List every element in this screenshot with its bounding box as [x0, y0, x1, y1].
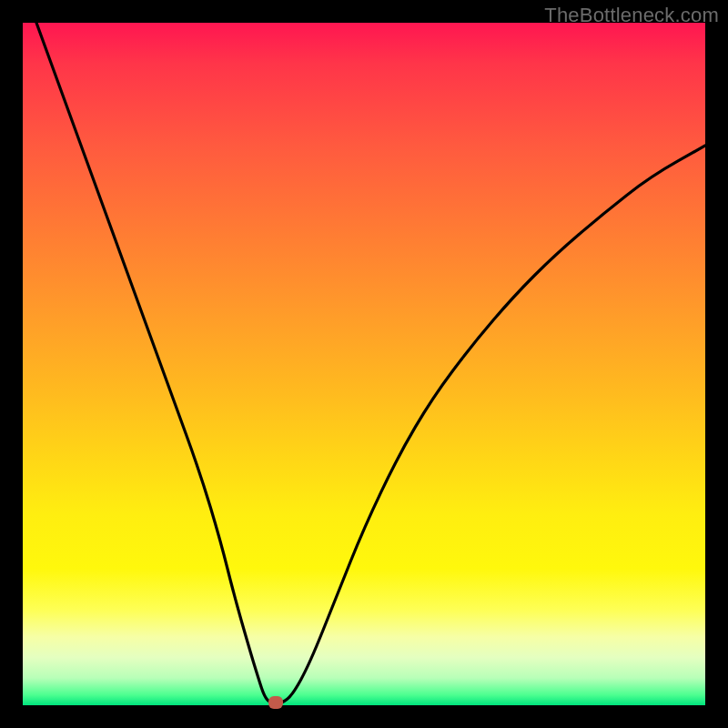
bottleneck-curve — [36, 23, 705, 703]
optimum-marker — [268, 696, 283, 709]
chart-frame: TheBottleneck.com — [0, 0, 728, 728]
curve-svg — [23, 23, 705, 705]
